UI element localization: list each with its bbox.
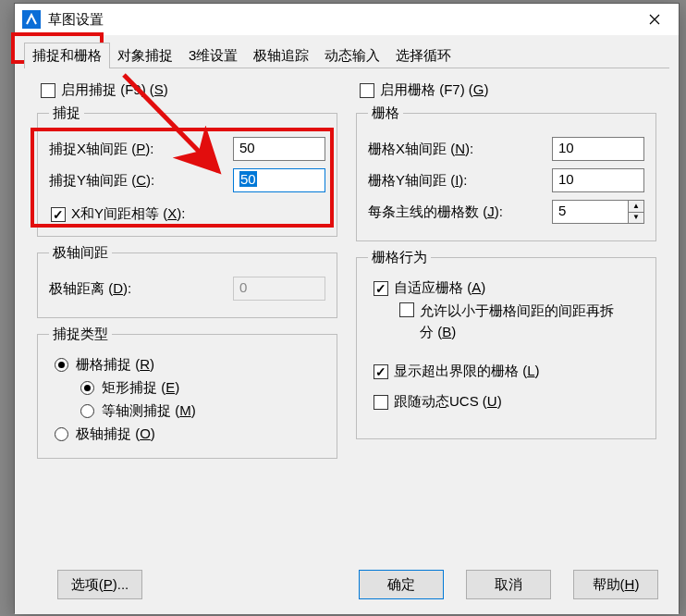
tab-snap-and-grid[interactable]: 捕捉和栅格 (24, 43, 110, 68)
radio-icon (55, 427, 68, 441)
help-button[interactable]: 帮助(H) (573, 570, 658, 599)
radio-icon (80, 381, 94, 395)
checkbox-icon (51, 207, 66, 222)
grid-snap-label: 栅格捕捉 (R) (76, 356, 154, 374)
snap-equal-label: X和Y间距相等 (X): (71, 205, 185, 223)
dialog-window: 草图设置 捕捉和栅格 对象捕捉 3维设置 极轴追踪 动态输入 选择循环 启用捕捉… (14, 3, 680, 613)
spinner-up-button[interactable]: ▲ (628, 200, 644, 212)
tab-dynamic-input[interactable]: 动态输入 (316, 43, 388, 68)
snap-type-title: 捕捉类型 (49, 326, 112, 343)
polar-snap-label: 极轴捕捉 (O) (76, 425, 155, 443)
iso-snap-label: 等轴测捕捉 (M) (102, 402, 196, 420)
grid-group-title: 栅格 (368, 105, 403, 122)
checkbox-icon (374, 364, 388, 379)
grid-behavior-group: 栅格行为 自适应栅格 (A) 允许以小于栅格间距的间距再拆分 (B) 显示超出界… (356, 249, 656, 439)
options-button[interactable]: 选项(P)... (57, 570, 142, 599)
ok-button[interactable]: 确定 (359, 570, 444, 599)
subdivide-checkbox[interactable]: 允许以小于栅格间距的间距再拆分 (B) (399, 301, 644, 342)
dialog-footer: 选项(P)... 确定 取消 帮助(H) (35, 570, 658, 599)
spinner-down-button[interactable]: ▼ (628, 212, 644, 225)
adaptive-grid-label: 自适应栅格 (A) (394, 279, 485, 297)
follow-ucs-label: 跟随动态UCS (U) (394, 393, 502, 411)
close-button[interactable] (634, 6, 675, 33)
polar-distance-label: 极轴距离 (D): (49, 280, 233, 298)
enable-snap-label: 启用捕捉 (F9) (S) (61, 81, 168, 99)
tab-object-snap[interactable]: 对象捕捉 (109, 43, 181, 68)
checkbox-icon (41, 83, 55, 98)
follow-ucs-checkbox[interactable]: 跟随动态UCS (U) (374, 393, 644, 411)
tab-strip: 捕捉和栅格 对象捕捉 3维设置 极轴追踪 动态输入 选择循环 (24, 41, 669, 68)
left-column: 启用捕捉 (F9) (S) 捕捉 捕捉X轴间距 (P): 50 捕捉Y轴间距 (… (37, 78, 337, 466)
tab-polar-tracking[interactable]: 极轴追踪 (245, 43, 317, 68)
rect-snap-label: 矩形捕捉 (E) (102, 379, 179, 397)
adaptive-grid-checkbox[interactable]: 自适应栅格 (A) (374, 279, 644, 297)
cancel-button[interactable]: 取消 (466, 570, 551, 599)
app-icon (22, 10, 41, 29)
radio-icon (55, 358, 68, 372)
dialog-title: 草图设置 (48, 11, 634, 29)
major-line-input[interactable]: 5 (552, 200, 628, 224)
tab-3d-settings[interactable]: 3维设置 (180, 43, 246, 68)
grid-x-input[interactable]: 10 (552, 137, 644, 161)
dialog-content: 捕捉和栅格 对象捕捉 3维设置 极轴追踪 动态输入 选择循环 启用捕捉 (F9)… (15, 35, 679, 614)
snap-y-input[interactable]: 50 (233, 168, 325, 192)
close-icon (649, 14, 660, 25)
grid-behavior-title: 栅格行为 (368, 249, 431, 266)
enable-grid-label: 启用栅格 (F7) (G) (380, 81, 489, 99)
show-beyond-limits-checkbox[interactable]: 显示超出界限的栅格 (L) (374, 363, 644, 380)
grid-group: 栅格 栅格X轴间距 (N): 10 栅格Y轴间距 (I): 10 每条主线的栅格… (356, 105, 656, 241)
show-beyond-limits-label: 显示超出界限的栅格 (L) (394, 363, 540, 380)
snap-group: 捕捉 捕捉X轴间距 (P): 50 捕捉Y轴间距 (C): 50 X和Y间距相等… (37, 105, 337, 237)
snap-equal-checkbox[interactable]: X和Y间距相等 (X): (51, 205, 325, 223)
tab-page-snap-and-grid: 启用捕捉 (F9) (S) 捕捉 捕捉X轴间距 (P): 50 捕捉Y轴间距 (… (24, 68, 669, 548)
snap-group-title: 捕捉 (49, 105, 84, 122)
polar-snap-radio[interactable]: 极轴捕捉 (O) (55, 425, 325, 443)
checkbox-icon (374, 395, 388, 410)
rect-snap-radio[interactable]: 矩形捕捉 (E) (80, 379, 325, 397)
snap-y-label: 捕捉Y轴间距 (C): (49, 172, 233, 190)
grid-snap-radio[interactable]: 栅格捕捉 (R) (55, 356, 325, 374)
subdivide-label: 允许以小于栅格间距的间距再拆分 (B) (420, 301, 614, 342)
checkbox-icon (374, 281, 388, 296)
iso-snap-radio[interactable]: 等轴测捕捉 (M) (80, 402, 325, 420)
radio-icon (80, 404, 94, 418)
polar-spacing-title: 极轴间距 (49, 244, 112, 262)
polar-spacing-group: 极轴间距 极轴距离 (D): 0 (37, 244, 337, 318)
snap-x-label: 捕捉X轴间距 (P): (49, 141, 233, 158)
tab-selection-cycling[interactable]: 选择循环 (387, 43, 459, 68)
grid-x-label: 栅格X轴间距 (N): (368, 141, 552, 158)
grid-y-label: 栅格Y轴间距 (I): (368, 172, 552, 190)
grid-y-input[interactable]: 10 (552, 168, 644, 192)
enable-snap-checkbox[interactable]: 启用捕捉 (F9) (S) (41, 81, 337, 99)
title-bar: 草图设置 (15, 4, 679, 35)
checkbox-icon (399, 302, 414, 317)
snap-type-group: 捕捉类型 栅格捕捉 (R) 矩形捕捉 (E) 等轴测捕捉 (M) (37, 326, 337, 459)
snap-x-input[interactable]: 50 (233, 137, 325, 161)
right-column: 启用栅格 (F7) (G) 栅格 栅格X轴间距 (N): 10 栅格Y轴间距 (… (356, 78, 656, 466)
major-line-label: 每条主线的栅格数 (J): (368, 203, 552, 221)
polar-distance-input: 0 (233, 277, 325, 301)
major-line-spinner[interactable]: 5 ▲ ▼ (552, 200, 644, 224)
enable-grid-checkbox[interactable]: 启用栅格 (F7) (G) (360, 81, 656, 99)
checkbox-icon (360, 83, 374, 98)
